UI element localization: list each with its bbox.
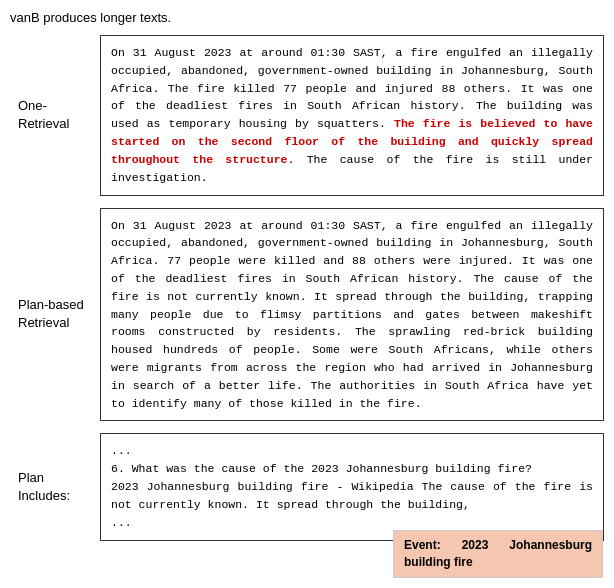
plan-based-retrieval-label: Plan-basedRetrieval — [10, 208, 100, 422]
plan-based-retrieval-row: Plan-basedRetrieval On 31 August 2023 at… — [10, 208, 604, 422]
plan-includes-row: PlanIncludes: ...6. What was the cause o… — [10, 433, 604, 540]
plan-includes-text: ...6. What was the cause of the 2023 Joh… — [111, 444, 593, 528]
one-retrieval-label: One-Retrieval — [10, 35, 100, 196]
one-retrieval-content: On 31 August 2023 at around 01:30 SAST, … — [100, 35, 604, 196]
plan-based-retrieval-content: On 31 August 2023 at around 01:30 SAST, … — [100, 208, 604, 422]
tooltip-text: Event: 2023 Johannesburg building fire — [404, 538, 592, 569]
plan-based-retrieval-text: On 31 August 2023 at around 01:30 SAST, … — [111, 219, 593, 410]
intro-text: vanB produces longer texts. — [10, 10, 604, 25]
one-retrieval-row: One-Retrieval On 31 August 2023 at aroun… — [10, 35, 604, 196]
sections-container: One-Retrieval On 31 August 2023 at aroun… — [10, 35, 604, 541]
plan-includes-content: ...6. What was the cause of the 2023 Joh… — [100, 433, 604, 540]
plan-includes-label: PlanIncludes: — [10, 433, 100, 540]
tooltip-bubble: Event: 2023 Johannesburg building fire — [393, 530, 603, 578]
